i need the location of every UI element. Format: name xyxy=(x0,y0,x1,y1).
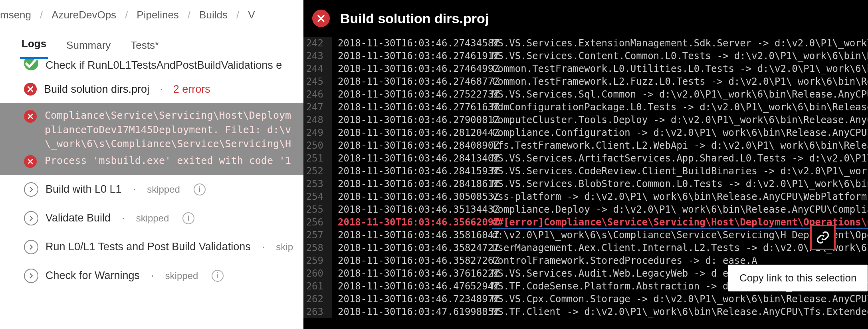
log-line[interactable]: 2622018-11-30T16:03:46.7234897ZMS.VS.Cpx… xyxy=(303,293,868,305)
log-message: MS.VS.Services.CodeReview.Client_BuildBi… xyxy=(492,165,868,177)
log-line[interactable]: 2582018-11-30T16:03:46.3582472ZUserManag… xyxy=(303,241,868,254)
line-number: 257 xyxy=(303,229,332,241)
log-message: MdmConfigurationPackage.L0.Tests -> d:\v… xyxy=(492,101,868,114)
line-number: 246 xyxy=(303,88,332,101)
tab-logs[interactable]: Logs xyxy=(20,28,48,59)
tab-tests[interactable]: Tests* xyxy=(129,30,161,59)
timestamp: 2018-11-30T16:03:46.2841340Z xyxy=(332,152,492,165)
log-line[interactable]: 2572018-11-30T16:03:46.3581604Zd:\v2.0\P… xyxy=(303,229,868,241)
crumb-1[interactable]: AzureDevOps xyxy=(52,9,116,21)
crumb-4[interactable]: V xyxy=(248,9,255,21)
log-line[interactable]: 2502018-11-30T16:03:46.2840890ZTfs.TestF… xyxy=(303,139,868,152)
line-number: 262 xyxy=(303,293,332,305)
line-number: 242 xyxy=(303,37,332,50)
crumb-0[interactable]: mseng xyxy=(0,9,31,21)
copy-link-button[interactable] xyxy=(810,225,836,250)
error-icon xyxy=(312,10,330,27)
err-0-l3: \_work\6\s\Compliance\Service\Servicing\… xyxy=(45,137,291,151)
info-icon[interactable]: i xyxy=(194,183,206,195)
log-line[interactable]: 2482018-11-30T16:03:46.2790081ZComputeCl… xyxy=(303,114,868,126)
log-message: Compliance.Deploy -> d:\v2.0\P1\_work\6\… xyxy=(492,203,868,216)
line-number: 249 xyxy=(303,126,332,139)
log-panel-title: Build solution dirs.proj xyxy=(340,11,489,26)
log-message: vss-platform -> d:\v2.0\P1\_work\6\bin\R… xyxy=(492,190,868,203)
line-number: 255 xyxy=(303,203,332,216)
step-validate-build[interactable]: Validate Build · skipped i xyxy=(0,204,303,233)
log-line[interactable]: 2492018-11-30T16:03:46.2812044ZComplianc… xyxy=(303,126,868,139)
log-message: Common.TestFramework.L0.Utilities.L0.Tes… xyxy=(492,62,868,75)
breadcrumb: mseng/ AzureDevOps/ Pipelines/ Builds/ V xyxy=(0,0,303,28)
log-line[interactable]: 2462018-11-30T16:03:46.2752273ZMS.VS.Ser… xyxy=(303,88,868,101)
log-message: MS.TF.Client -> d:\v2.0\P1\_work\6\bin\R… xyxy=(492,305,868,318)
timestamp: 2018-11-30T16:03:46.3582472Z xyxy=(332,241,492,254)
timestamp: 2018-11-30T16:03:46.2840890Z xyxy=(332,139,492,152)
step-build-dirs-title: Build solution dirs.proj xyxy=(44,83,149,96)
line-number: 251 xyxy=(303,152,332,165)
timestamp: 2018-11-30T16:03:46.2746191Z xyxy=(332,50,492,62)
log-line[interactable]: 2432018-11-30T16:03:46.2746191ZMS.VS.Ser… xyxy=(303,50,868,62)
err-1-l1: Process 'msbuild.exe' exited with code '… xyxy=(45,154,291,168)
chevron-right-icon xyxy=(24,269,38,283)
line-number: 245 xyxy=(303,75,332,88)
log-line[interactable]: 2552018-11-30T16:03:46.3513443ZComplianc… xyxy=(303,203,868,216)
timestamp: 2018-11-30T16:03:46.3050853Z xyxy=(332,190,492,203)
log-message: Compliance.Configuration -> d:\v2.0\P1\_… xyxy=(492,126,868,139)
tabs: Logs Summary Tests* xyxy=(0,28,303,59)
timestamp: 2018-11-30T16:03:46.4765294Z xyxy=(332,280,492,293)
tab-summary[interactable]: Summary xyxy=(65,30,112,59)
crumb-2[interactable]: Pipelines xyxy=(137,9,179,21)
step-title: Build with L0 L1 xyxy=(46,183,122,195)
timestamp: 2018-11-30T16:03:46.2790081Z xyxy=(332,114,492,126)
line-number: 253 xyxy=(303,177,332,190)
error-icon xyxy=(24,83,37,96)
log-line[interactable]: 2442018-11-30T16:03:46.2746499ZCommon.Te… xyxy=(303,62,868,75)
timestamp: 2018-11-30T16:03:46.2746877Z xyxy=(332,75,492,88)
step-check-warnings[interactable]: Check for Warnings · skipped i xyxy=(0,261,303,290)
timestamp: 2018-11-30T16:03:46.3761622Z xyxy=(332,267,492,280)
error-icon xyxy=(24,155,37,168)
log-line[interactable]: 2452018-11-30T16:03:46.2746877ZCommon.Te… xyxy=(303,75,868,88)
timestamp: 2018-11-30T16:03:46.3513443Z xyxy=(332,203,492,216)
timestamp: 2018-11-30T16:03:46.7234897Z xyxy=(332,293,492,305)
crumb-3[interactable]: Builds xyxy=(199,9,228,21)
log-line[interactable]: 2472018-11-30T16:03:46.2776163ZMdmConfig… xyxy=(303,101,868,114)
log-line[interactable]: 2422018-11-30T16:03:46.2743458ZMS.VS.Ser… xyxy=(303,37,868,50)
log-message: MS.VS.Services.Audit.Web.LegacyWeb -> d … xyxy=(492,267,763,280)
line-number: 252 xyxy=(303,165,332,177)
error-icon xyxy=(24,110,37,123)
log-line[interactable]: 2512018-11-30T16:03:46.2841340ZMS.VS.Ser… xyxy=(303,152,868,165)
timestamp: 2018-11-30T16:03:46.2752273Z xyxy=(332,88,492,101)
chevron-right-icon xyxy=(24,211,38,225)
info-icon[interactable]: i xyxy=(212,270,224,282)
step-build-dirs[interactable]: Build solution dirs.proj · 2 errors xyxy=(0,76,303,103)
line-number: 248 xyxy=(303,114,332,126)
line-number: 244 xyxy=(303,62,332,75)
line-number: 260 xyxy=(303,267,332,280)
skipped-badge: skipped xyxy=(165,270,198,281)
step-prev[interactable]: Check if RunL0L1TestsAndPostBuildValidat… xyxy=(0,59,303,76)
log-message: Common.TestFramework.L2.Fuzz.L0.Tests ->… xyxy=(492,75,868,88)
chevron-right-icon xyxy=(24,240,38,254)
log-line[interactable]: 2532018-11-30T16:03:46.2841861ZMS.VS.Ser… xyxy=(303,177,868,190)
log-line[interactable]: 2542018-11-30T16:03:46.3050853Zvss-platf… xyxy=(303,190,868,203)
log-line[interactable]: 2562018-11-30T16:03:46.3566209Z##[error]… xyxy=(303,216,868,229)
step-title: Validate Build xyxy=(46,212,111,224)
timestamp: 2018-11-30T16:03:46.2841593Z xyxy=(332,165,492,177)
timestamp: 2018-11-30T16:03:46.2812044Z xyxy=(332,126,492,139)
error-details[interactable]: Compliance\Service\Servicing\Host\Deploy… xyxy=(0,103,303,175)
step-run-tests[interactable]: Run L0/L1 Tests and Post Build Validatio… xyxy=(0,233,303,261)
log-line[interactable]: 2522018-11-30T16:03:46.2841593ZMS.VS.Ser… xyxy=(303,165,868,177)
skipped-badge: skip xyxy=(276,241,293,253)
step-title: Check for Warnings xyxy=(46,269,140,282)
step-build-l0l1[interactable]: Build with L0 L1 · skipped i xyxy=(0,175,303,204)
log-line[interactable]: 2632018-11-30T16:03:47.6199885ZMS.TF.Cli… xyxy=(303,305,868,318)
line-number: 258 xyxy=(303,241,332,254)
log-message: MS.VS.Cpx.Common.Storage -> d:\v2.0\P1\_… xyxy=(492,293,868,305)
log-message: Tfs.TestFramework.Client.L2.WebApi -> d:… xyxy=(492,139,868,152)
err-0-l2: plianceToDev17M145Deployment. File1: d:\… xyxy=(45,123,291,137)
timestamp: 2018-11-30T16:03:47.6199885Z xyxy=(332,305,492,318)
timestamp: 2018-11-30T16:03:46.2776163Z xyxy=(332,101,492,114)
line-number: 261 xyxy=(303,280,332,293)
info-icon[interactable]: i xyxy=(182,212,194,224)
line-number: 247 xyxy=(303,101,332,114)
